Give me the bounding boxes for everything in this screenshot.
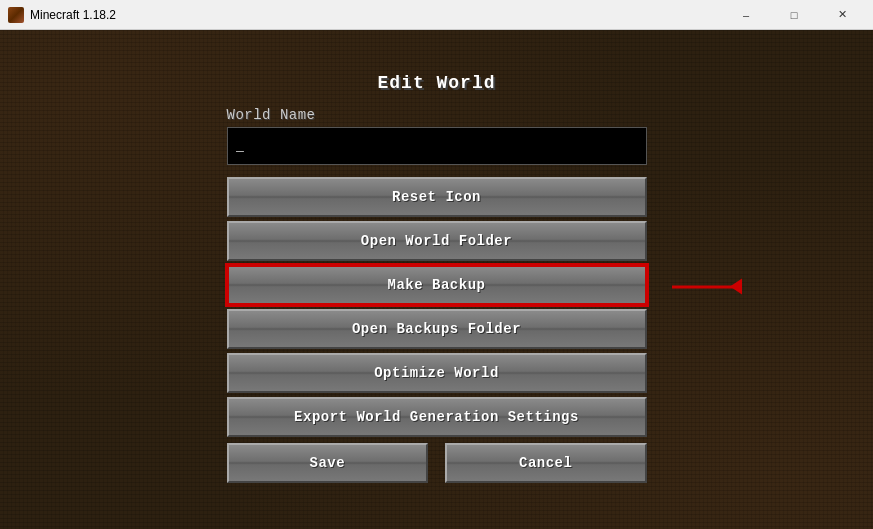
dialog-title: Edit World: [377, 73, 495, 93]
make-backup-wrapper: Make Backup: [227, 265, 647, 309]
cancel-button[interactable]: Cancel: [445, 443, 647, 483]
bottom-buttons-row: Save Cancel: [227, 443, 647, 487]
maximize-button[interactable]: □: [771, 0, 817, 30]
world-name-label: World Name: [227, 107, 316, 123]
reset-icon-button[interactable]: Reset Icon: [227, 177, 647, 217]
minimize-button[interactable]: –: [723, 0, 769, 30]
world-name-input[interactable]: [227, 127, 647, 165]
title-bar: Minecraft 1.18.2 – □ ✕: [0, 0, 873, 30]
main-content: Edit World World Name Reset Icon Open Wo…: [0, 30, 873, 529]
app-icon: [8, 7, 24, 23]
app-title: Minecraft 1.18.2: [30, 8, 116, 22]
save-button[interactable]: Save: [227, 443, 429, 483]
title-bar-left: Minecraft 1.18.2: [8, 7, 116, 23]
open-world-folder-button[interactable]: Open World Folder: [227, 221, 647, 261]
open-backups-folder-button[interactable]: Open Backups Folder: [227, 309, 647, 349]
optimize-world-button[interactable]: Optimize World: [227, 353, 647, 393]
edit-world-dialog: Edit World World Name Reset Icon Open Wo…: [227, 73, 647, 487]
window-controls: – □ ✕: [723, 0, 865, 30]
make-backup-button[interactable]: Make Backup: [227, 265, 647, 305]
close-button[interactable]: ✕: [819, 0, 865, 30]
arrow-line: [672, 285, 742, 288]
export-world-gen-button[interactable]: Export World Generation Settings: [227, 397, 647, 437]
arrow-annotation: [672, 285, 742, 288]
